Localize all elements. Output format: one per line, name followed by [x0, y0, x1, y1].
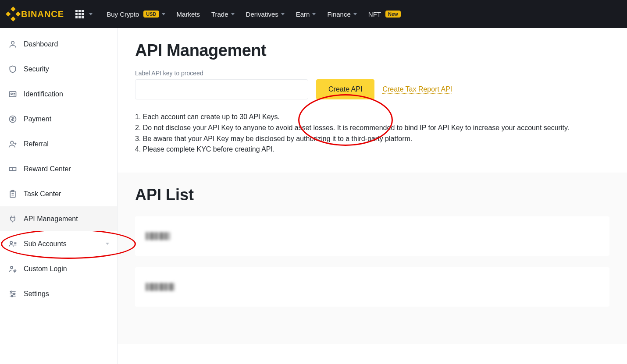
main-content: API Management Label API key to proceed …: [118, 28, 627, 364]
id-card-icon: [8, 89, 18, 99]
svg-point-12: [11, 295, 13, 297]
api-key-label-redacted: [146, 283, 175, 291]
nav-derivatives[interactable]: Derivatives: [246, 11, 285, 18]
nav-items: Buy Crypto USD Markets Trade Derivatives…: [107, 11, 400, 18]
shield-icon: [8, 64, 18, 74]
svg-point-7: [10, 241, 12, 244]
sidebar-item-security[interactable]: Security: [0, 57, 117, 81]
create-api-row: Create API Create Tax Report API: [135, 79, 609, 99]
api-list-title: API List: [135, 186, 609, 204]
sidebar-item-label: Custom Login: [24, 265, 67, 273]
nav-label: Buy Crypto: [107, 11, 139, 18]
sidebar-item-label: Reward Center: [24, 165, 71, 173]
dollar-circle-icon: [8, 114, 18, 124]
person-icon: [8, 39, 18, 49]
nav-markets[interactable]: Markets: [177, 11, 200, 18]
api-notes: 1. Each account can create up to 30 API …: [135, 112, 609, 155]
nav-buy-crypto[interactable]: Buy Crypto USD: [107, 11, 165, 18]
clipboard-icon: [8, 189, 18, 199]
brand-logo[interactable]: BINANCE: [8, 9, 64, 19]
chevron-down-icon: [89, 13, 93, 15]
top-nav: BINANCE Buy Crypto USD Markets Trade Der…: [0, 0, 627, 28]
usd-badge: USD: [143, 11, 159, 18]
api-management-section: API Management Label API key to proceed …: [118, 28, 627, 173]
sidebar-item-label: Payment: [24, 115, 51, 123]
sidebar-item-label: Task Center: [24, 190, 61, 198]
svg-point-0: [11, 41, 14, 44]
nav-label: Markets: [177, 11, 200, 18]
nav-earn[interactable]: Earn: [296, 11, 316, 18]
svg-point-4: [11, 141, 14, 144]
new-badge: New: [385, 11, 401, 18]
sidebar-item-sub-accounts[interactable]: Sub Accounts: [0, 231, 117, 256]
api-label-input[interactable]: [135, 79, 308, 99]
svg-point-8: [11, 266, 13, 269]
sidebar-item-settings[interactable]: Settings: [0, 281, 117, 306]
sidebar-item-api-management[interactable]: API Management: [0, 206, 117, 231]
sidebar-item-label: Settings: [24, 290, 49, 298]
sidebar-item-label: Identification: [24, 90, 63, 98]
nav-trade[interactable]: Trade: [211, 11, 235, 18]
sidebar-item-referral[interactable]: Referral: [0, 131, 117, 156]
create-api-button[interactable]: Create API: [316, 79, 374, 99]
chevron-down-icon: [281, 13, 285, 15]
nav-label: Earn: [296, 11, 310, 18]
nav-label: Trade: [211, 11, 228, 18]
api-list-item[interactable]: [135, 267, 609, 307]
apps-grid-icon[interactable]: [75, 10, 84, 18]
chevron-down-icon: [353, 13, 357, 15]
nav-label: Finance: [327, 11, 350, 18]
api-key-label-redacted: [146, 232, 170, 240]
sidebar-item-label: Sub Accounts: [24, 240, 67, 248]
sidebar-item-task-center[interactable]: Task Center: [0, 181, 117, 206]
page-title: API Management: [135, 41, 609, 60]
nav-label: NFT: [368, 11, 381, 18]
sidebar-item-dashboard[interactable]: Dashboard: [0, 32, 117, 57]
create-tax-report-api-link[interactable]: Create Tax Report API: [382, 85, 452, 94]
svg-point-2: [11, 93, 12, 94]
note-line: 3. Be aware that your API Key may be dis…: [135, 134, 609, 145]
sidebar-item-custom-login[interactable]: Custom Login: [0, 256, 117, 281]
sidebar-item-label: Security: [24, 65, 49, 73]
nav-nft[interactable]: NFT New: [368, 11, 401, 18]
nav-label: Derivatives: [246, 11, 278, 18]
user-plus-icon: [8, 139, 18, 149]
note-line: 2. Do not disclose your API Key to anyon…: [135, 123, 609, 134]
logo-icon: [6, 7, 21, 21]
api-label-field-label: Label API key to proceed: [135, 70, 609, 77]
ticket-icon: [8, 164, 18, 174]
api-list-item[interactable]: [135, 216, 609, 256]
svg-rect-1: [10, 92, 16, 97]
svg-point-11: [14, 293, 15, 294]
chevron-down-icon: [162, 13, 165, 15]
user-list-icon: [8, 239, 18, 249]
nav-finance[interactable]: Finance: [327, 11, 356, 18]
svg-point-10: [11, 291, 12, 292]
sidebar-item-payment[interactable]: Payment: [0, 106, 117, 131]
note-line: 1. Each account can create up to 30 API …: [135, 112, 609, 123]
layout: Dashboard Security Identification Paymen…: [0, 28, 627, 364]
chevron-down-icon: [231, 13, 235, 15]
chevron-down-icon: [106, 243, 109, 245]
sidebar-item-label: API Management: [24, 215, 78, 223]
sidebar-item-label: Dashboard: [24, 40, 58, 48]
sliders-icon: [8, 289, 18, 299]
sidebar-item-label: Referral: [24, 140, 49, 148]
sidebar-item-identification[interactable]: Identification: [0, 81, 117, 106]
brand-name: BINANCE: [21, 9, 64, 19]
svg-point-9: [14, 270, 15, 271]
sidebar-item-reward-center[interactable]: Reward Center: [0, 156, 117, 181]
sidebar: Dashboard Security Identification Paymen…: [0, 28, 118, 364]
chevron-down-icon: [312, 13, 316, 15]
note-line: 4. Please complete KYC before creating A…: [135, 144, 609, 155]
api-list-section: API List: [118, 173, 627, 344]
user-cog-icon: [8, 264, 18, 274]
plug-icon: [8, 214, 18, 224]
